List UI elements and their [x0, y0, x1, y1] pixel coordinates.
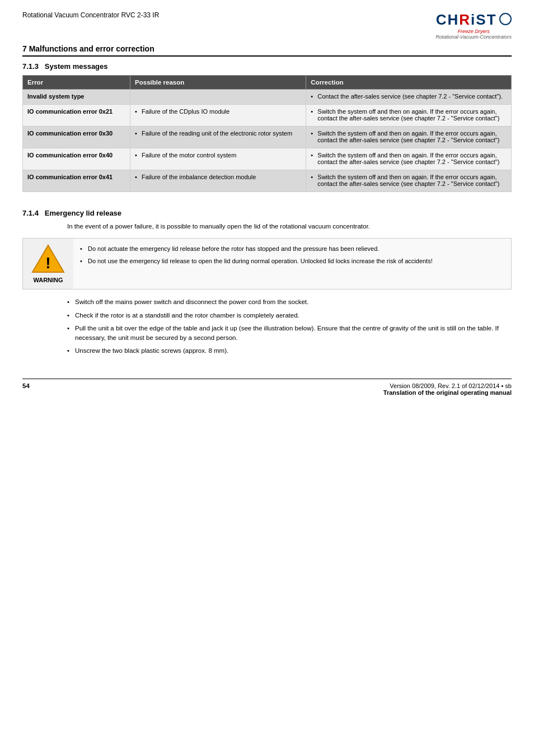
- table-row: IO communication error 0x40 Failure of t…: [23, 148, 512, 170]
- warning-item: Do not actuate the emergency lid release…: [80, 244, 433, 254]
- section-713-heading: 7.1.3 System messages: [22, 62, 512, 71]
- step-item: Switch off the mains power switch and di…: [67, 297, 512, 307]
- correction-cell: Switch the system off and then on again.…: [306, 170, 512, 192]
- reason-cell: Failure of the reading unit of the elect…: [130, 127, 306, 148]
- step-item: Pull the unit a bit over the edge of the…: [67, 324, 512, 343]
- warning-content: Do not actuate the emergency lid release…: [73, 239, 439, 289]
- reason-item: Failure of the imbalance detection modul…: [135, 174, 301, 180]
- table-row: IO communication error 0x30 Failure of t…: [23, 127, 512, 148]
- table-row: IO communication error 0x21 Failure of t…: [23, 105, 512, 127]
- reason-cell: Failure of the imbalance detection modul…: [130, 170, 306, 192]
- correction-cell: Switch the system off and then on again.…: [306, 127, 512, 148]
- col-header-correction: Correction: [306, 76, 512, 90]
- step-item: Unscrew the two black plastic screws (ap…: [67, 346, 512, 356]
- reason-item: Failure of the motor control system: [135, 152, 301, 158]
- col-header-error: Error: [23, 76, 130, 90]
- correction-cell: Contact the after-sales service (see cha…: [306, 90, 512, 105]
- section-714-title: 7.1.4 Emergency lid release: [22, 209, 512, 217]
- system-messages-table: Error Possible reason Correction Invalid…: [22, 75, 512, 192]
- page-number: 54: [22, 382, 30, 389]
- footer-right: Version 08/2009, Rev. 2.1 of 02/12/2014 …: [383, 382, 512, 396]
- error-cell: IO communication error 0x30: [23, 127, 130, 148]
- reason-cell: Failure of the CDplus IO module: [130, 105, 306, 127]
- logo-subtitle1: Freeze Dryers: [458, 29, 490, 34]
- logo-circle-icon: [499, 13, 512, 25]
- section-713: 7.1.3 System messages Error Possible rea…: [22, 62, 512, 192]
- error-cell: IO communication error 0x41: [23, 170, 130, 192]
- steps-list: Switch off the mains power switch and di…: [67, 297, 512, 356]
- warning-box: ! WARNING Do not actuate the emergency l…: [22, 238, 512, 290]
- footer-version: Version 08/2009, Rev. 2.1 of 02/12/2014 …: [383, 382, 512, 389]
- correction-item: Switch the system off and then on again.…: [311, 108, 507, 122]
- table-row: IO communication error 0x41 Failure of t…: [23, 170, 512, 192]
- col-header-reason: Possible reason: [130, 76, 306, 90]
- reason-item: Failure of the reading unit of the elect…: [135, 130, 301, 137]
- page-header: Rotational Vacuum Concentrator RVC 2-33 …: [22, 11, 512, 40]
- correction-item: Switch the system off and then on again.…: [311, 174, 507, 187]
- document-subtitle: Rotational Vacuum Concentrator RVC 2-33 …: [22, 11, 159, 19]
- correction-cell: Switch the system off and then on again.…: [306, 105, 512, 127]
- warning-icon-col: ! WARNING: [23, 239, 73, 289]
- section-714: 7.1.4 Emergency lid release In the event…: [22, 209, 512, 356]
- correction-item: Switch the system off and then on again.…: [311, 130, 507, 143]
- logo-subtitle2: Rotational-Vacuum-Concentrators: [435, 34, 512, 40]
- section-714-intro: In the event of a power failure, it is p…: [67, 222, 512, 231]
- footer-translation: Translation of the original operating ma…: [383, 389, 512, 396]
- error-cell: IO communication error 0x21: [23, 105, 130, 127]
- table-row: Invalid system type Contact the after-sa…: [23, 90, 512, 105]
- correction-cell: Switch the system off and then on again.…: [306, 148, 512, 170]
- step-item: Check if the rotor is at a standstill an…: [67, 311, 512, 320]
- logo: CHRiST Freeze Dryers Rotational-Vacuum-C…: [435, 11, 512, 40]
- warning-label: WARNING: [33, 277, 63, 283]
- correction-item: Contact the after-sales service (see cha…: [311, 93, 507, 100]
- correction-item: Switch the system off and then on again.…: [311, 152, 507, 165]
- logo-text: CHRiST: [436, 11, 512, 29]
- reason-cell: Failure of the motor control system: [130, 148, 306, 170]
- error-cell: Invalid system type: [23, 90, 130, 105]
- warning-triangle-icon: !: [31, 244, 65, 273]
- svg-text:!: !: [45, 254, 50, 272]
- section7-title: 7 Malfunctions and error correction: [22, 44, 512, 57]
- reason-cell: [130, 90, 306, 105]
- reason-item: Failure of the CDplus IO module: [135, 108, 301, 115]
- warning-item: Do not use the emergency lid release to …: [80, 256, 433, 267]
- page-footer: 54 Version 08/2009, Rev. 2.1 of 02/12/20…: [22, 379, 512, 396]
- error-cell: IO communication error 0x40: [23, 148, 130, 170]
